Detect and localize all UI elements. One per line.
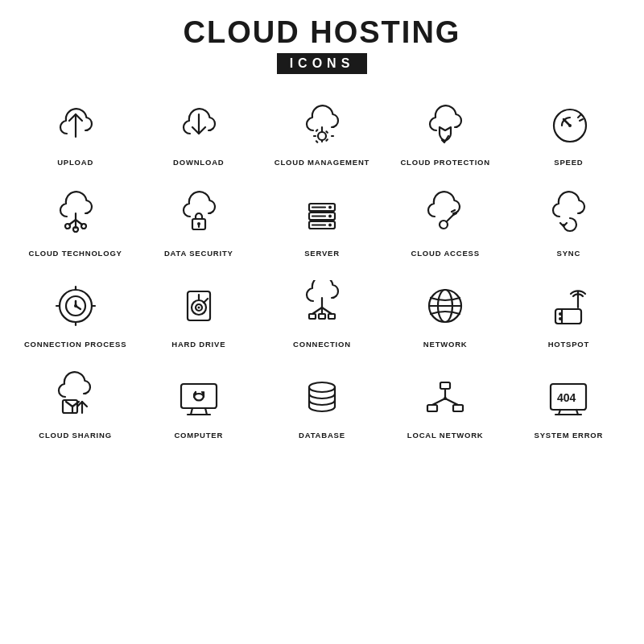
cloud-access-label: CLOUD ACCESS — [411, 249, 480, 258]
svg-point-2 — [318, 132, 326, 140]
svg-line-62 — [205, 408, 207, 415]
server-label: SERVER — [304, 249, 340, 258]
svg-line-70 — [445, 398, 458, 405]
svg-line-69 — [432, 398, 445, 405]
local-network-icon — [416, 368, 474, 426]
cloud-technology-icon — [47, 186, 105, 244]
svg-point-5 — [568, 124, 572, 127]
svg-line-44 — [322, 308, 332, 314]
svg-point-71 — [444, 397, 447, 400]
local-network-label: LOCAL NETWORK — [407, 431, 484, 440]
network-label: NETWORK — [423, 340, 468, 349]
hard-drive-icon — [170, 277, 228, 335]
icon-sync: SYNC — [510, 180, 628, 262]
cloud-protection-label: CLOUD PROTECTION — [400, 158, 490, 167]
database-label: DATABASE — [299, 431, 345, 440]
cloud-management-icon — [293, 95, 351, 153]
download-label: DOWNLOAD — [173, 158, 224, 167]
title-section: CLOUD HOSTING ICONS — [184, 16, 461, 74]
icon-cloud-sharing: CLOUD SHARING — [16, 361, 134, 444]
svg-point-54 — [559, 312, 562, 316]
icon-upload: UPLOAD — [16, 89, 134, 171]
svg-point-20 — [328, 205, 332, 208]
icon-computer: COMPUTER — [139, 361, 258, 444]
svg-point-13 — [81, 224, 86, 229]
system-error-icon: 404 — [539, 368, 597, 426]
icon-hard-drive: HARD DRIVE — [139, 270, 258, 353]
svg-line-7 — [580, 119, 583, 121]
icon-cloud-access: CLOUD ACCESS — [386, 180, 505, 262]
svg-line-10 — [76, 220, 82, 225]
download-icon — [170, 95, 228, 153]
system-error-label: SYSTEM ERROR — [535, 431, 604, 440]
svg-point-55 — [559, 317, 562, 320]
svg-text:404: 404 — [557, 391, 576, 404]
data-security-label: DATA SECURITY — [164, 249, 233, 258]
sync-label: SYNC — [557, 249, 581, 258]
icon-cloud-technology: CLOUD TECHNOLOGY — [16, 180, 134, 262]
svg-point-64 — [309, 382, 335, 392]
cloud-protection-icon — [416, 95, 474, 153]
svg-rect-52 — [555, 309, 581, 324]
cloud-technology-label: CLOUD TECHNOLOGY — [28, 249, 122, 258]
cloud-sharing-label: CLOUD SHARING — [39, 431, 112, 440]
icon-download: DOWNLOAD — [139, 89, 258, 171]
cloud-management-label: CLOUD MANAGEMENT — [275, 158, 369, 167]
connection-process-icon — [47, 277, 105, 335]
icon-system-error: 404 SYSTEM ERROR — [510, 361, 628, 444]
svg-rect-48 — [328, 314, 335, 319]
hotspot-label: HOTSPOT — [548, 340, 590, 349]
svg-point-12 — [65, 224, 70, 229]
connection-process-label: CONNECTION PROCESS — [24, 340, 126, 349]
svg-rect-60 — [181, 384, 217, 408]
svg-point-41 — [197, 306, 200, 308]
hotspot-icon — [539, 277, 597, 335]
svg-line-61 — [191, 408, 192, 415]
svg-point-36 — [74, 304, 77, 308]
icon-data-security: DATA SECURITY — [139, 180, 258, 262]
svg-line-27 — [452, 210, 455, 212]
computer-icon — [170, 368, 228, 426]
svg-rect-67 — [453, 405, 463, 411]
database-icon — [293, 368, 351, 426]
sync-icon — [539, 186, 597, 244]
computer-label: COMPUTER — [174, 431, 223, 440]
icon-network: NETWORK — [386, 270, 505, 353]
speed-label: SPEED — [554, 158, 583, 167]
svg-line-6 — [578, 114, 581, 118]
icon-connection-process: CONNECTION PROCESS — [16, 270, 134, 353]
svg-line-9 — [69, 220, 76, 225]
server-icon — [293, 186, 351, 244]
icon-speed: SPEED — [510, 89, 628, 171]
icon-database: DATABASE — [262, 361, 381, 444]
svg-line-43 — [312, 308, 322, 314]
network-icon — [416, 277, 474, 335]
svg-rect-46 — [309, 314, 316, 319]
data-security-icon — [170, 186, 228, 244]
connection-icon — [293, 277, 351, 335]
upload-label: UPLOAD — [57, 158, 93, 167]
svg-point-21 — [328, 214, 332, 217]
upload-icon — [47, 95, 105, 153]
connection-label: CONNECTION — [293, 340, 351, 349]
speed-icon — [539, 95, 597, 153]
sub-title: ICONS — [277, 53, 368, 74]
svg-rect-57 — [63, 400, 77, 413]
svg-point-11 — [73, 227, 78, 232]
main-title: CLOUD HOSTING — [184, 16, 461, 50]
icon-local-network: LOCAL NETWORK — [386, 361, 505, 444]
svg-rect-47 — [319, 314, 325, 319]
cloud-access-icon — [416, 186, 474, 244]
svg-rect-66 — [427, 405, 437, 411]
icon-server: SERVER — [262, 180, 381, 262]
hard-drive-label: HARD DRIVE — [171, 340, 225, 349]
cloud-sharing-icon — [47, 368, 105, 426]
icons-grid: UPLOAD DOWNLOAD CLOUD MANAGEMENT — [16, 89, 628, 444]
icon-cloud-protection: CLOUD PROTECTION — [386, 89, 505, 171]
svg-point-22 — [328, 223, 332, 226]
icon-hotspot: HOTSPOT — [510, 270, 628, 353]
svg-rect-65 — [440, 382, 450, 389]
icon-cloud-management: CLOUD MANAGEMENT — [262, 89, 381, 171]
icon-connection: CONNECTION — [262, 270, 381, 353]
